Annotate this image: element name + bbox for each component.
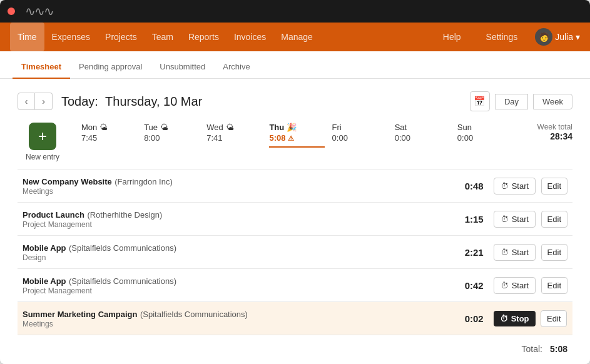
day-fri-name: Fri: [332, 123, 342, 132]
app-window: ∿∿∿ Time Expenses Projects Team Reports …: [0, 0, 590, 364]
next-date-button[interactable]: ›: [35, 93, 53, 110]
day-fri[interactable]: Fri 0:00: [328, 123, 391, 148]
prev-date-button[interactable]: ‹: [18, 93, 35, 110]
mon-weather-icon: 🌤: [99, 123, 108, 132]
date-navigation: ‹ › Today: Thursday, 10 Mar 📅 Day Week: [18, 91, 572, 111]
entry-time: 0:02: [437, 302, 489, 335]
start-button[interactable]: ⏱ Start: [494, 211, 536, 228]
day-tue-hours: 8:00: [144, 133, 160, 143]
day-fri-hours: 0:00: [332, 133, 348, 143]
entry-time: 0:48: [437, 169, 489, 203]
day-sat-hours: 0:00: [395, 133, 410, 143]
day-thu-name: Thu 🎉: [269, 123, 297, 132]
nav-team[interactable]: Team: [145, 23, 181, 51]
tab-archive[interactable]: Archive: [214, 62, 258, 79]
tue-weather-icon: 🌤: [160, 123, 168, 132]
day-mon-hours: 7:45: [81, 133, 97, 143]
thu-warning-icon: ⚠: [288, 134, 294, 142]
day-sun-name: Sun: [457, 123, 472, 132]
days-row: + New entry Mon 🌤 7:45 Tue 🌤 8:00 Wed 🌤 …: [18, 123, 572, 161]
day-wed-name: Wed 🌤: [206, 123, 234, 132]
entry-project-name: Mobile App (Spitalfields Communications): [23, 275, 432, 286]
day-wed[interactable]: Wed 🌤 7:41: [203, 123, 265, 148]
entry-actions: ⏱ Stop Edit: [489, 302, 572, 335]
app-logo: ∿∿∿: [25, 4, 53, 19]
new-entry-button[interactable]: +: [29, 123, 56, 150]
new-entry-label: New entry: [26, 153, 59, 161]
week-view-button[interactable]: Week: [533, 94, 572, 109]
entry-task: Meetings: [23, 187, 432, 196]
edit-button[interactable]: Edit: [541, 277, 567, 294]
wed-weather-icon: 🌤: [226, 123, 234, 132]
start-button[interactable]: ⏱ Start: [494, 178, 536, 195]
entries-table: New Company Website (Farringdon Inc) Mee…: [18, 169, 572, 335]
entry-actions: ⏱ Start Edit: [489, 203, 572, 236]
day-sat-name: Sat: [395, 123, 407, 132]
close-button[interactable]: [8, 8, 15, 15]
day-wed-hours: 7:41: [206, 133, 222, 143]
clock-icon: ⏱: [501, 248, 509, 257]
nav-help[interactable]: Help: [435, 23, 469, 51]
nav-projects[interactable]: Projects: [98, 23, 145, 51]
stop-icon: ⏱: [500, 314, 508, 323]
thu-party-icon: 🎉: [287, 123, 297, 132]
tab-pending[interactable]: Pending approval: [70, 62, 151, 79]
table-row: Summer Marketing Campaign (Spitalfields …: [18, 302, 572, 335]
edit-button[interactable]: Edit: [541, 310, 567, 327]
edit-button[interactable]: Edit: [541, 178, 567, 195]
day-sat[interactable]: Sat 0:00: [391, 123, 454, 148]
main-content: ‹ › Today: Thursday, 10 Mar 📅 Day Week +…: [0, 79, 590, 364]
date-value: Thursday, 10 Mar: [105, 94, 202, 108]
stop-button[interactable]: ⏱ Stop: [494, 311, 536, 326]
table-row: Product Launch (Rotherhithe Design) Proj…: [18, 203, 572, 236]
day-thu[interactable]: Thu 🎉 5:08 ⚠: [265, 123, 328, 148]
entry-actions: ⏱ Start Edit: [489, 236, 572, 269]
user-avatar: 🧑: [535, 28, 552, 46]
day-sun[interactable]: Sun 0:00: [454, 123, 516, 148]
nav-expenses[interactable]: Expenses: [44, 23, 98, 51]
chevron-down-icon: ▾: [576, 32, 580, 42]
title-bar: ∿∿∿: [0, 0, 590, 23]
start-button[interactable]: ⏱ Start: [494, 277, 536, 294]
total-value: 5:08: [550, 344, 567, 354]
day-tue-name: Tue 🌤: [144, 123, 168, 132]
entry-actions: ⏱ Start Edit: [489, 169, 572, 203]
tab-unsubmitted[interactable]: Unsubmitted: [151, 62, 214, 79]
clock-icon: ⏱: [501, 215, 509, 224]
entry-project-name: Product Launch (Rotherhithe Design): [23, 209, 432, 220]
entry-time: 2:21: [437, 236, 489, 269]
total-label: Total:: [522, 344, 542, 354]
week-total-label: Week total: [522, 123, 572, 131]
day-tue[interactable]: Tue 🌤 8:00: [140, 123, 203, 148]
nav-time[interactable]: Time: [10, 23, 44, 51]
day-mon[interactable]: Mon 🌤 7:45: [78, 123, 140, 148]
user-name: Julia: [555, 32, 573, 42]
total-row: Total: 5:08: [18, 335, 572, 356]
tab-bar: Timesheet Pending approval Unsubmitted A…: [0, 51, 590, 79]
day-view-button[interactable]: Day: [495, 94, 528, 109]
current-date: Today: Thursday, 10 Mar: [61, 94, 202, 109]
active-day-indicator: [269, 146, 324, 148]
clock-icon: ⏱: [501, 181, 509, 191]
nav-reports[interactable]: Reports: [181, 23, 226, 51]
today-label: Today:: [61, 94, 98, 108]
entry-project-name: New Company Website (Farringdon Inc): [23, 176, 432, 187]
week-total: Week total 28:34: [516, 123, 572, 141]
edit-button[interactable]: Edit: [541, 244, 567, 261]
nav-manage[interactable]: Manage: [273, 23, 320, 51]
entry-time: 0:42: [437, 269, 489, 302]
entry-task: Design: [23, 253, 432, 262]
start-button[interactable]: ⏱ Start: [494, 244, 536, 261]
clock-icon: ⏱: [501, 281, 509, 290]
entry-actions: ⏱ Start Edit: [489, 269, 572, 302]
day-thu-hours: 5:08 ⚠: [269, 133, 294, 143]
calendar-button[interactable]: 📅: [470, 91, 490, 111]
entry-project-name: Mobile App (Spitalfields Communications): [23, 242, 432, 253]
days-grid: Mon 🌤 7:45 Tue 🌤 8:00 Wed 🌤 7:41 Thu 🎉 5…: [78, 123, 516, 148]
edit-button[interactable]: Edit: [541, 211, 567, 228]
tab-timesheet[interactable]: Timesheet: [13, 62, 70, 79]
nav-invoices[interactable]: Invoices: [226, 23, 273, 51]
user-menu[interactable]: 🧑 Julia ▾: [535, 28, 580, 46]
entry-task: Project Management: [23, 220, 432, 229]
nav-settings[interactable]: Settings: [479, 23, 526, 51]
